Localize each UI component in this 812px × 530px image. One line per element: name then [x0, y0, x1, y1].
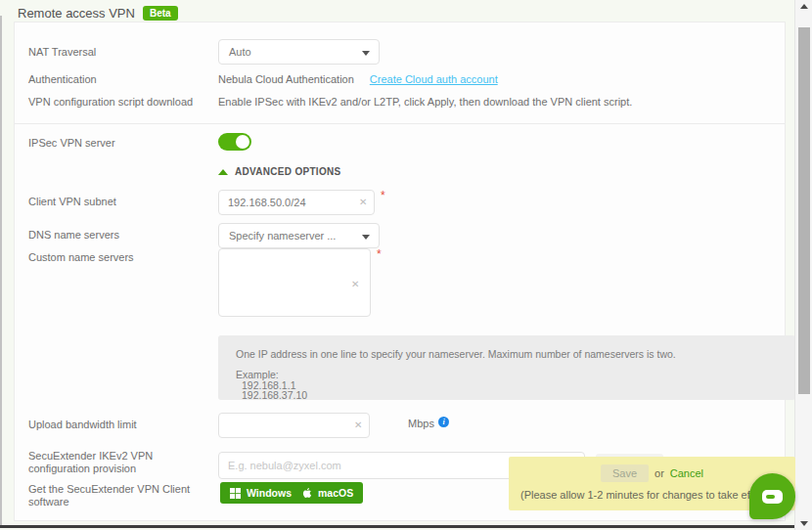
- bottom-border: [0, 525, 794, 528]
- script-download-text: Enable IPSec with IKEv2 and/or L2TP, cli…: [218, 96, 771, 108]
- hint-text: One IP address in one line to specify yo…: [236, 348, 778, 361]
- section-divider: [15, 123, 785, 124]
- chat-dash: [766, 495, 775, 499]
- vertical-scrollbar[interactable]: [794, 0, 812, 530]
- client-subnet-input[interactable]: [218, 190, 375, 215]
- scroll-up-icon[interactable]: [800, 4, 808, 9]
- hint-example-label: Example:: [236, 369, 778, 380]
- remote-access-vpn-page: Remote access VPN Beta NAT Traversal Aut…: [0, 0, 812, 530]
- beta-badge: Beta: [143, 6, 178, 21]
- nameserver-hint-box: One IP address in one line to specify yo…: [218, 335, 795, 400]
- page-header: Remote access VPN Beta: [18, 6, 178, 21]
- hint-example-ip: 192.168.37.10: [236, 390, 778, 400]
- authentication-value: Nebula Cloud Authentication: [218, 73, 354, 85]
- client-software-label: Get the SecuExtender VPN Client software: [28, 483, 210, 508]
- custom-servers-label: Custom name servers: [28, 251, 210, 264]
- upload-limit-label: Upload bandwidth limit: [28, 419, 210, 431]
- script-download-label: VPN configuration script download: [28, 96, 210, 109]
- settings-panel: NAT Traversal Auto Authentication Nebula…: [14, 22, 786, 521]
- nat-traversal-value: Auto: [229, 46, 251, 58]
- chevron-down-icon: [362, 51, 370, 56]
- dns-servers-label: DNS name servers: [28, 229, 210, 242]
- ipsec-server-toggle[interactable]: [218, 133, 251, 151]
- save-button[interactable]: Save: [601, 464, 649, 482]
- dns-servers-select[interactable]: Specify nameserver ...: [218, 223, 380, 248]
- macos-download-button[interactable]: macOS: [293, 482, 363, 504]
- authentication-label: Authentication: [28, 73, 210, 86]
- chevron-down-icon: [362, 235, 370, 240]
- custom-servers-textarea[interactable]: [218, 248, 371, 317]
- nat-traversal-select[interactable]: Auto: [218, 39, 380, 65]
- left-edge-divider: [0, 16, 2, 525]
- triangle-up-icon: [218, 169, 228, 175]
- advanced-options-toggle[interactable]: ADVANCED OPTIONS: [218, 166, 341, 177]
- upload-limit-input[interactable]: [218, 413, 370, 438]
- live-chat-button[interactable]: [749, 473, 795, 519]
- clear-icon[interactable]: ✕: [351, 280, 359, 289]
- macos-button-label: macOS: [318, 487, 353, 499]
- windows-icon: [230, 488, 241, 499]
- clear-icon[interactable]: ✕: [359, 198, 367, 207]
- scrollbar-thumb[interactable]: [798, 27, 810, 394]
- nat-traversal-label: NAT Traversal: [28, 46, 210, 59]
- advanced-options-label: ADVANCED OPTIONS: [235, 166, 341, 177]
- save-row: Save or Cancel: [509, 464, 795, 482]
- scroll-down-icon[interactable]: [800, 521, 808, 526]
- secuextender-label: SecuExtender IKEv2 VPN configuration pro…: [28, 450, 210, 475]
- required-asterisk: *: [381, 191, 385, 200]
- info-icon[interactable]: i: [438, 417, 449, 427]
- required-asterisk: *: [377, 249, 382, 259]
- authentication-row: Nebula Cloud Authentication Create Cloud…: [218, 73, 498, 85]
- ipsec-server-label: IPSec VPN server: [28, 137, 210, 150]
- toggle-knob: [236, 135, 249, 149]
- windows-button-label: Windows: [247, 487, 292, 499]
- hint-example-ip: 192.168.1.1: [236, 380, 778, 390]
- page-title: Remote access VPN: [18, 6, 135, 21]
- apple-icon: [302, 487, 312, 499]
- clear-icon[interactable]: ✕: [354, 420, 362, 430]
- dns-servers-value: Specify nameserver ...: [229, 230, 336, 242]
- client-subnet-label: Client VPN subnet: [28, 196, 210, 208]
- or-label: or: [654, 467, 664, 479]
- chat-bubble-icon: [762, 490, 783, 504]
- windows-download-button[interactable]: Windows: [220, 482, 301, 504]
- upload-limit-unit: Mbps: [408, 418, 434, 429]
- create-cloud-auth-link[interactable]: Create Cloud auth account: [370, 73, 498, 85]
- cancel-button[interactable]: Cancel: [670, 467, 703, 479]
